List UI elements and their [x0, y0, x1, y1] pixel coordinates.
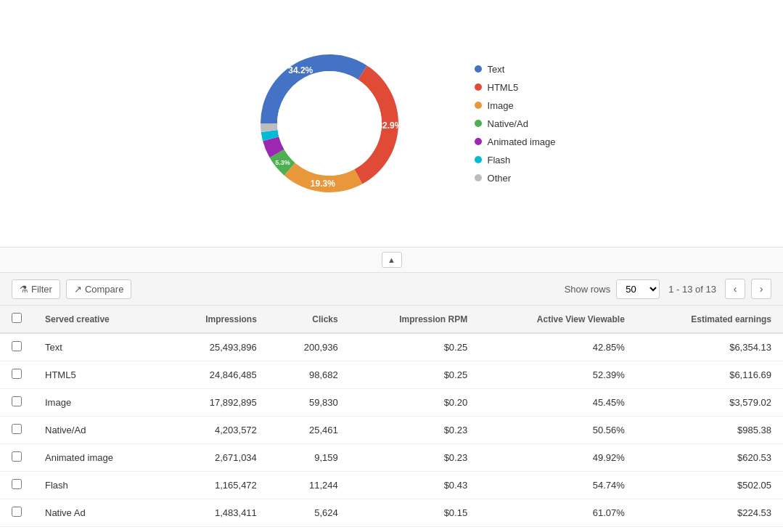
chart-segment-label: 19.3% [310, 179, 335, 189]
table-row: Animated image 2,671,034 9,159 $0.23 49.… [0, 444, 783, 472]
table-row: Text 25,493,896 200,936 $0.25 42.85% $6,… [0, 333, 783, 361]
table-row: Image 17,892,895 59,830 $0.20 45.45% $3,… [0, 389, 783, 417]
cell-served-creative: Native Ad [33, 499, 163, 527]
cell-impressions: 4,203,572 [163, 417, 268, 444]
row-checkbox-cell[interactable] [0, 417, 33, 444]
collapse-button[interactable]: ▲ [382, 252, 402, 268]
row-checkbox[interactable] [12, 507, 22, 517]
cell-clicks: 25,461 [268, 417, 350, 444]
cell-served-creative: Image [33, 389, 163, 417]
pagination-info: 1 - 13 of 13 [668, 284, 716, 295]
cell-impressions: 1,483,411 [163, 499, 268, 527]
row-checkbox[interactable] [12, 369, 22, 379]
legend-item-image: Image [475, 100, 556, 111]
table-row: Video 380,202 380 $0.28 55.15% $106.34 [0, 527, 783, 533]
row-checkbox-cell[interactable] [0, 444, 33, 472]
cell-estimated-earnings: $620.53 [636, 444, 783, 472]
legend-item-text: Text [475, 64, 556, 75]
row-checkbox[interactable] [12, 451, 22, 462]
legend-item-flash: Flash [475, 155, 556, 165]
select-all-checkbox[interactable] [12, 313, 22, 323]
table-header-row: Served creative Impressions Clicks Impre… [0, 306, 783, 333]
legend-item-other: Other [475, 173, 556, 184]
header-estimated-earnings: Estimated earnings [636, 306, 783, 333]
legend-label-animated-image: Animated image [488, 136, 556, 147]
next-page-button[interactable]: › [751, 279, 771, 299]
cell-impression-rpm: $0.20 [350, 389, 479, 417]
cell-clicks: 59,830 [268, 389, 350, 417]
collapse-section: ▲ [0, 247, 783, 272]
cell-clicks: 11,244 [268, 472, 350, 499]
chart-segment-label: 5.3% [275, 159, 290, 166]
previous-page-button[interactable]: ‹ [725, 279, 745, 299]
cell-estimated-earnings: $502.05 [636, 472, 783, 499]
table-row: Native/Ad 4,203,572 25,461 $0.23 50.56% … [0, 417, 783, 444]
cell-impressions: 380,202 [163, 527, 268, 533]
row-checkbox-cell[interactable] [0, 472, 33, 499]
row-checkbox-cell[interactable] [0, 361, 33, 389]
row-checkbox[interactable] [12, 396, 22, 406]
show-rows-label: Show rows [565, 284, 611, 295]
chart-section: 34.2%32.9%19.3%5.3% Text HTML5 Image Nat… [0, 0, 783, 247]
cell-clicks: 380 [268, 527, 350, 533]
cell-impression-rpm: $0.23 [350, 444, 479, 472]
cell-clicks: 5,624 [268, 499, 350, 527]
cell-active-view-viewable: 54.74% [479, 472, 636, 499]
table-section: ⚗ Filter ↗ Compare Show rows 50 100 200 … [0, 272, 783, 532]
cell-estimated-earnings: $224.53 [636, 499, 783, 527]
cell-active-view-viewable: 50.56% [479, 417, 636, 444]
header-impressions: Impressions [163, 306, 268, 333]
table-row: Native Ad 1,483,411 5,624 $0.15 61.07% $… [0, 499, 783, 527]
filter-label: Filter [31, 284, 52, 295]
compare-button[interactable]: ↗ Compare [66, 279, 131, 299]
row-checkbox[interactable] [12, 424, 22, 434]
rows-per-page-select[interactable]: 50 100 200 [616, 279, 660, 299]
svg-point-0 [277, 71, 382, 176]
cell-impressions: 25,493,896 [163, 333, 268, 361]
cell-served-creative: Text [33, 333, 163, 361]
row-checkbox-cell[interactable] [0, 527, 33, 533]
row-checkbox[interactable] [12, 341, 22, 351]
cell-impressions: 2,671,034 [163, 444, 268, 472]
table-row: HTML5 24,846,485 98,682 $0.25 52.39% $6,… [0, 361, 783, 389]
cell-impressions: 24,846,485 [163, 361, 268, 389]
header-clicks: Clicks [268, 306, 350, 333]
cell-impressions: 1,165,472 [163, 472, 268, 499]
compare-label: Compare [85, 284, 123, 295]
cell-active-view-viewable: 61.07% [479, 499, 636, 527]
row-checkbox-cell[interactable] [0, 499, 33, 527]
row-checkbox[interactable] [12, 479, 22, 489]
chart-legend: Text HTML5 Image Native/Ad Animated imag… [475, 64, 556, 184]
cell-clicks: 98,682 [268, 361, 350, 389]
toolbar-right: Show rows 50 100 200 1 - 13 of 13 ‹ › [565, 279, 771, 299]
row-checkbox-cell[interactable] [0, 389, 33, 417]
row-checkbox-cell[interactable] [0, 333, 33, 361]
cell-estimated-earnings: $106.34 [636, 527, 783, 533]
legend-label-native-ad: Native/Ad [488, 118, 528, 129]
cell-active-view-viewable: 55.15% [479, 527, 636, 533]
compare-icon: ↗ [74, 284, 82, 295]
cell-served-creative: Flash [33, 472, 163, 499]
cell-clicks: 200,936 [268, 333, 350, 361]
legend-label-html5: HTML5 [488, 82, 519, 93]
filter-button[interactable]: ⚗ Filter [12, 279, 60, 299]
legend-item-native-ad: Native/Ad [475, 118, 556, 129]
cell-impression-rpm: $0.15 [350, 499, 479, 527]
filter-icon: ⚗ [20, 284, 28, 295]
cell-estimated-earnings: $985.38 [636, 417, 783, 444]
legend-label-image: Image [488, 100, 514, 111]
donut-svg: 34.2%32.9%19.3%5.3% [228, 22, 431, 225]
cell-impression-rpm: $0.25 [350, 361, 479, 389]
cell-active-view-viewable: 42.85% [479, 333, 636, 361]
legend-label-other: Other [488, 173, 512, 184]
legend-dot-other [475, 174, 482, 181]
cell-impressions: 17,892,895 [163, 389, 268, 417]
legend-dot-html5 [475, 83, 482, 91]
cell-served-creative: Video [33, 527, 163, 533]
legend-label-text: Text [488, 64, 505, 75]
legend-dot-animated-image [475, 138, 482, 145]
table-row: Flash 1,165,472 11,244 $0.43 54.74% $502… [0, 472, 783, 499]
donut-chart: 34.2%32.9%19.3%5.3% [228, 22, 431, 225]
header-impression-rpm: Impression RPM [350, 306, 479, 333]
toolbar: ⚗ Filter ↗ Compare Show rows 50 100 200 … [0, 273, 783, 306]
